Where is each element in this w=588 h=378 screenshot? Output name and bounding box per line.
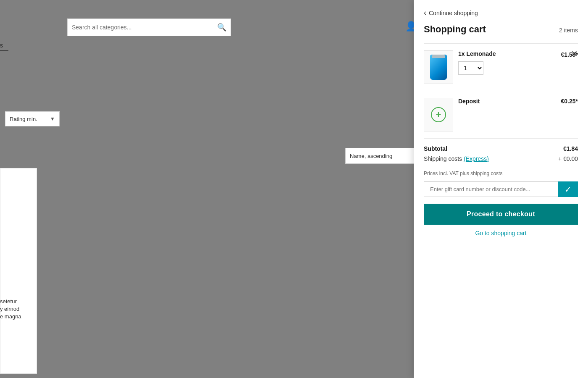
shipping-value: + €0.00 [558,155,578,162]
price-note: Prices incl. VAT plus shipping costs [414,169,588,181]
cart-totals: Subtotal €1.84 Shipping costs (Express) … [414,139,588,169]
bg-lorem-1: setetur [0,298,17,304]
discount-input[interactable] [424,181,558,197]
cart-title: Shopping cart [424,24,486,35]
bg-search-icon: 🔍 [217,23,226,32]
cart-item-lemonade: 1x Lemonade 1 2 3 €1.59* ✕ [424,43,578,91]
discount-apply-button[interactable]: ✓ [558,181,578,197]
bg-sort-bar: Name, ascending [345,148,415,164]
remove-lemonade-button[interactable]: ✕ [571,50,578,58]
subtotal-label: Subtotal [424,145,447,152]
checkout-button[interactable]: Proceed to checkout [424,204,578,225]
shipping-express-link[interactable]: (Express) [464,155,489,162]
bg-lorem-3: e magna [0,313,21,320]
shipping-row: Shipping costs (Express) + €0.00 [424,155,578,162]
continue-shopping-label: Continue shopping [429,10,478,16]
back-arrow-icon: ‹ [424,8,426,17]
cart-panel: ‹ Continue shopping Shopping cart 2 item… [414,0,588,378]
bg-rating-dropdown: Rating min. ▼ [5,111,60,126]
cart-header: Shopping cart 2 items [414,24,588,43]
shipping-label-text: Shipping costs [424,155,462,162]
cart-item-count: 2 items [559,27,578,34]
deposit-name: Deposit [458,98,556,105]
lemonade-qty-row: 1 2 3 [458,61,556,75]
bg-product-card [0,168,37,374]
shipping-label: Shipping costs (Express) [424,155,489,162]
deposit-details: Deposit [453,98,561,105]
background-overlay: 🔍 👤 Rating min. ▼ Name, ascending s sete… [0,0,414,378]
deposit-plus-icon: + [431,107,446,122]
bg-text-line [0,50,8,51]
bg-search-bar: 🔍 [67,18,231,36]
deposit-price: €0.25* [561,98,578,105]
subtotal-value: €1.84 [563,145,578,152]
deposit-image: + [424,98,453,131]
bg-rating-chevron-icon: ▼ [50,116,55,122]
subtotal-row: Subtotal €1.84 [424,145,578,152]
go-to-cart-link[interactable]: Go to shopping cart [414,230,588,245]
bg-sort-label: Name, ascending [350,153,392,159]
continue-shopping-button[interactable]: ‹ Continue shopping [414,0,588,24]
bg-text-s: s [0,42,3,49]
cart-items-list: 1x Lemonade 1 2 3 €1.59* ✕ + Deposit €0 [414,43,588,139]
lemonade-image [424,50,453,84]
lemonade-details: 1x Lemonade 1 2 3 [453,50,561,75]
bg-rating-label: Rating min. [10,116,37,122]
discount-section: ✓ [414,181,588,204]
lemonade-can-visual [430,55,447,80]
lemonade-name: 1x Lemonade [458,50,556,57]
deposit-item: + Deposit €0.25* [424,91,578,139]
bg-lorem-2: y eirnod [0,306,19,312]
bg-search-input [72,24,217,31]
lemonade-quantity-select[interactable]: 1 2 3 [458,61,483,75]
